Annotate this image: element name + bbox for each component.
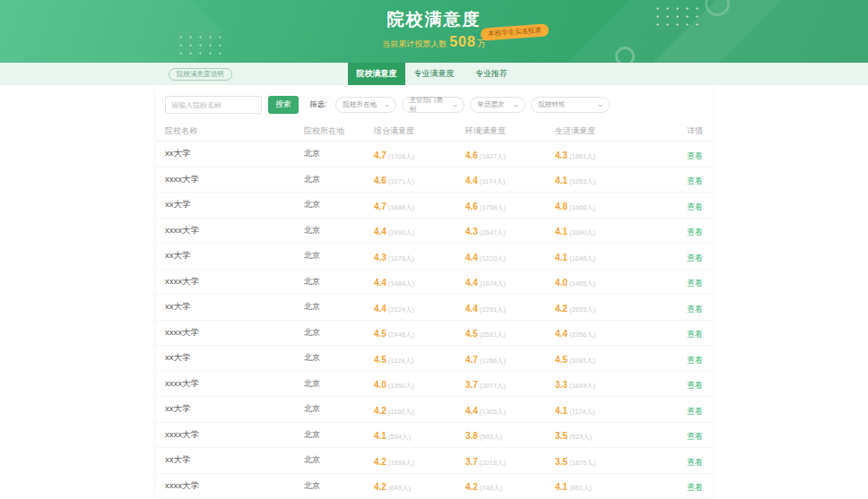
detail-cell: 查看 (672, 426, 703, 443)
table-row: xxxx大学北京4.6(1071人)4.4(1174人)4.1(1053人)查看 (156, 168, 712, 194)
rating-score: 4.2 (374, 406, 386, 416)
rating-vote-count: (1220人) (480, 254, 506, 262)
view-link[interactable]: 查看 (687, 202, 703, 211)
life-rating: 3.5(1875人) (555, 452, 672, 469)
view-link[interactable]: 查看 (687, 254, 703, 262)
rating-score: 3.7 (465, 457, 478, 467)
column-header-life-satisfaction: 生活满意度 (555, 125, 672, 137)
rating-score: 4.1 (555, 482, 568, 492)
tab-major-recommendation[interactable]: 专业推荐 (463, 63, 520, 85)
table-header-row: 院校名称院校所在地综合满意度环境满意度生活满意度详情 (156, 121, 712, 142)
rating-score: 4.4 (374, 304, 386, 314)
rating-vote-count: (2446人) (388, 331, 414, 339)
rating-vote-count: (2018人) (480, 459, 506, 467)
life-rating: 4.3(1661人) (555, 146, 672, 162)
college-name: xxxx大学 (165, 429, 304, 441)
view-link[interactable]: 查看 (687, 330, 703, 339)
filter-dropdown-degree-level[interactable]: 学历层次⌄ (470, 97, 525, 113)
college-name: xxxx大学 (165, 327, 304, 339)
overall-rating: 4.2(649人) (374, 477, 465, 494)
filter-dropdown-college-type[interactable]: 院校特性⌄ (531, 97, 610, 113)
environment-rating: 4.4(1174人) (465, 171, 555, 187)
life-rating: 4.8(1666人) (555, 197, 672, 213)
detail-cell: 查看 (672, 350, 703, 366)
rating-vote-count: (1160人) (388, 408, 414, 416)
tab-major-satisfaction[interactable]: 专业满意度 (405, 63, 463, 85)
overall-rating: 4.7(1706人) (374, 146, 465, 162)
college-name: xxxx大学 (165, 174, 304, 185)
search-button[interactable]: 搜索 (268, 96, 299, 114)
table-body: xx大学北京4.7(1706人)4.6(1827人)4.3(1661人)查看xx… (156, 142, 712, 499)
filter-label: 筛选: (309, 99, 326, 110)
satisfaction-info-button[interactable]: 院校满意度说明 (169, 68, 232, 81)
tab-strip: 院校满意度说明 院校满意度专业满意度专业推荐 (0, 63, 868, 85)
table-row: xxxx大学北京4.5(2446人)4.5(2581人)4.4(2356人)查看 (156, 321, 712, 347)
rating-vote-count: (1053人) (569, 177, 595, 185)
rating-vote-count: (1174人) (480, 177, 506, 185)
view-link[interactable]: 查看 (687, 228, 703, 237)
satisfaction-table: 院校名称院校所在地综合满意度环境满意度生活满意度详情 xx大学北京4.7(170… (156, 121, 712, 499)
rating-score: 4.8 (555, 202, 568, 211)
rating-vote-count: (2653人) (569, 305, 595, 314)
rating-score: 4.1 (555, 253, 568, 262)
rating-vote-count: (1706人) (388, 152, 414, 160)
rating-vote-count: (1081人) (569, 357, 595, 365)
rating-score: 4.5 (555, 355, 568, 365)
rating-vote-count: (1875人) (569, 459, 595, 467)
rating-vote-count: (1688人) (388, 203, 414, 211)
filter-dropdown-location[interactable]: 院校所在地⌄ (335, 97, 396, 113)
rating-score: 4.6 (465, 151, 478, 160)
tab-college-satisfaction[interactable]: 院校满意度 (348, 63, 405, 85)
environment-rating: 4.4(1674人) (465, 273, 555, 289)
view-link[interactable]: 查看 (687, 483, 703, 492)
environment-rating: 4.5(2581人) (465, 324, 555, 340)
rating-vote-count: (1758人) (480, 203, 506, 211)
dropdown-label: 主管部门类别 (409, 96, 447, 114)
life-rating: 4.2(2653人) (555, 299, 672, 315)
view-link[interactable]: 查看 (687, 432, 703, 441)
view-link[interactable]: 查看 (687, 381, 703, 390)
life-rating: 4.1(1046人) (555, 248, 672, 264)
life-rating: 4.1(3390人) (555, 222, 672, 238)
detail-cell: 查看 (672, 299, 703, 315)
view-link[interactable]: 查看 (687, 305, 703, 314)
rating-vote-count: (593人) (480, 433, 502, 441)
college-location: 北京 (304, 327, 374, 339)
filter-dropdown-department-type[interactable]: 主管部门类别⌄ (402, 97, 464, 113)
rating-vote-count: (2356人) (569, 331, 595, 339)
college-location: 北京 (304, 225, 374, 237)
school-name-input[interactable] (165, 96, 262, 114)
rating-vote-count: (651人) (569, 484, 592, 492)
view-link[interactable]: 查看 (687, 279, 703, 288)
college-name: xx大学 (165, 454, 304, 466)
rating-vote-count: (1661人) (569, 152, 595, 160)
rating-vote-count: (2077人) (480, 382, 506, 390)
view-link[interactable]: 查看 (687, 151, 703, 160)
content-card: 搜索 筛选: 院校所在地⌄主管部门类别⌄学历层次⌄院校特性⌄ 院校名称院校所在地… (156, 85, 712, 499)
rating-vote-count: (1124人) (569, 408, 595, 416)
view-link[interactable]: 查看 (687, 356, 703, 365)
rating-score: 4.6 (465, 202, 478, 211)
rating-vote-count: (1898人) (388, 459, 414, 467)
college-name: xxxx大学 (165, 276, 304, 288)
view-link[interactable]: 查看 (687, 458, 703, 467)
view-link[interactable]: 查看 (687, 407, 703, 416)
detail-cell: 查看 (672, 324, 703, 340)
dropdown-label: 院校所在地 (343, 100, 377, 109)
college-name: xx大学 (165, 301, 304, 313)
chevron-down-icon: ⌄ (511, 101, 519, 108)
table-row: xx大学北京4.7(1688人)4.6(1758人)4.8(1666人)查看 (156, 193, 712, 219)
college-location: 北京 (304, 250, 374, 262)
vote-stats: 当前累计投票人数508万 (0, 34, 868, 50)
rating-vote-count: (2291人) (480, 305, 506, 314)
college-location: 北京 (304, 148, 374, 159)
table-row: xx大学北京4.5(1129人)4.7(1266人)4.5(1081人)查看 (156, 346, 712, 372)
college-location: 北京 (304, 454, 374, 466)
column-header-detail: 详情 (672, 125, 703, 137)
environment-rating: 3.7(2077人) (465, 375, 555, 391)
college-location: 北京 (304, 480, 374, 492)
view-link[interactable]: 查看 (687, 176, 703, 185)
overall-rating: 4.5(1129人) (374, 350, 465, 366)
environment-rating: 3.7(2018人) (465, 452, 555, 469)
rating-vote-count: (1076人) (388, 254, 414, 262)
